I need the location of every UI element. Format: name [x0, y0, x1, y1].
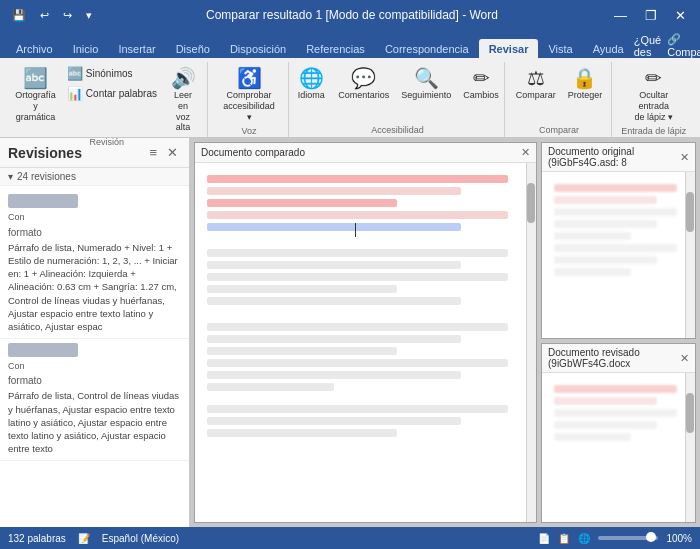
doc-line	[554, 208, 677, 216]
doc-line	[207, 429, 397, 437]
protect-button[interactable]: 🔒 Proteger	[563, 64, 608, 104]
doc-line	[207, 273, 508, 281]
close-button[interactable]: ✕	[669, 6, 692, 25]
doc-line	[207, 417, 461, 425]
changes-label: Cambios	[463, 90, 499, 100]
ribbon-group-accesibilidad: 🌐 Idioma 💬 Comentarios 🔍 Seguimiento ✏ C…	[291, 62, 506, 137]
sidebar-close-button[interactable]: ✕	[164, 144, 181, 161]
revised-document-close-button[interactable]: ✕	[680, 352, 689, 365]
language-button[interactable]: 🌐 Idioma	[291, 64, 331, 104]
tracking-icon: 🔍	[414, 68, 439, 88]
read-aloud-button[interactable]: 🔊 Leer envoz alta	[163, 64, 203, 137]
compared-document-close-button[interactable]: ✕	[521, 146, 530, 159]
tab-inicio[interactable]: Inicio	[63, 39, 109, 58]
share-label[interactable]: 🔗 Compartir	[667, 33, 700, 58]
doc-line	[207, 211, 508, 219]
redo-icon[interactable]: ↪	[59, 7, 76, 24]
language-value: Español (México)	[102, 533, 179, 544]
view-print-button[interactable]: 📋	[558, 533, 570, 544]
doc-line	[554, 397, 657, 405]
sidebar-controls[interactable]: ≡ ✕	[146, 144, 181, 161]
lapiz-group-label: Entrada de lápiz	[621, 126, 686, 138]
view-web-button[interactable]: 🌐	[578, 533, 590, 544]
minimize-button[interactable]: —	[608, 6, 633, 25]
revision-items: 🔤 Ortografíay gramática 🔤 Sinónimos 📊 Co…	[10, 64, 203, 137]
changes-button[interactable]: ✏ Cambios	[458, 64, 504, 104]
ribbon: 🔤 Ortografíay gramática 🔤 Sinónimos 📊 Co…	[0, 58, 700, 138]
tab-correspondencia[interactable]: Correspondencia	[375, 39, 479, 58]
customize-icon[interactable]: ▾	[82, 7, 96, 24]
save-icon[interactable]: 💾	[8, 7, 30, 24]
word-count-button[interactable]: 📊 Contar palabras	[63, 84, 161, 103]
voz-items: ♿ Comprobaraccesibilidad ▾	[216, 64, 281, 126]
tab-archivo[interactable]: Archivo	[6, 39, 63, 58]
doc-spacer	[207, 235, 524, 245]
doc-line	[207, 359, 508, 367]
doc-line	[207, 323, 508, 331]
spelling-grammar-button[interactable]: 🔤 Ortografíay gramática	[10, 64, 61, 126]
author-bar	[8, 194, 78, 208]
quick-access-toolbar[interactable]: 💾 ↩ ↪ ▾	[8, 7, 96, 24]
accessibility-button[interactable]: ♿ Comprobaraccesibilidad ▾	[216, 64, 281, 126]
tab-vista[interactable]: Vista	[538, 39, 582, 58]
tab-disposicion[interactable]: Disposición	[220, 39, 296, 58]
revisions-sidebar: Revisiones ≡ ✕ ▾ 24 revisiones Con forma…	[0, 138, 190, 527]
original-document-content[interactable]	[542, 172, 695, 338]
document-lines	[550, 381, 687, 445]
tab-revisar[interactable]: Revisar	[479, 39, 539, 58]
revision-text: Párrafo de lista, Control de líneas viud…	[8, 389, 181, 455]
doc-line	[554, 220, 657, 228]
tab-diseno[interactable]: Diseño	[166, 39, 220, 58]
proofread-icon-status[interactable]: 📝	[78, 533, 90, 544]
zoom-slider[interactable]	[598, 536, 658, 540]
word-count-icon: 📊	[67, 86, 83, 101]
doc-line	[207, 297, 461, 305]
window-controls[interactable]: — ❐ ✕	[608, 6, 692, 25]
revision-item[interactable]: Con formato Párrafo de lista, Numerado +…	[0, 190, 189, 339]
revisions-list[interactable]: Con formato Párrafo de lista, Numerado +…	[0, 186, 189, 527]
revised-document-header: Documento revisado (9iGbWFs4G.docx ✕	[542, 344, 695, 373]
main-area: Revisiones ≡ ✕ ▾ 24 revisiones Con forma…	[0, 138, 700, 527]
title-bar: 💾 ↩ ↪ ▾ Comparar resultado 1 [Modo de co…	[0, 0, 700, 30]
tab-insertar[interactable]: Insertar	[108, 39, 165, 58]
ribbon-right-actions[interactable]: ¿Qué des 🔗 Compartir	[634, 33, 700, 58]
doc-line	[207, 175, 508, 183]
comments-button[interactable]: 💬 Comentarios	[333, 64, 394, 104]
compared-document-content[interactable]	[195, 163, 536, 522]
tab-ayuda[interactable]: Ayuda	[583, 39, 634, 58]
scroll-thumb[interactable]	[686, 192, 694, 232]
scroll-track[interactable]	[685, 373, 695, 522]
original-document-close-button[interactable]: ✕	[680, 151, 689, 164]
comparar-items: ⚖ Comparar 🔒 Proteger	[511, 64, 608, 125]
tab-referencias[interactable]: Referencias	[296, 39, 375, 58]
tracking-button[interactable]: 🔍 Seguimiento	[396, 64, 456, 104]
zoom-level[interactable]: 100%	[666, 533, 692, 544]
view-normal-button[interactable]: 📄	[538, 533, 550, 544]
word-count-status[interactable]: 132 palabras	[8, 533, 66, 544]
revised-document-content[interactable]	[542, 373, 695, 522]
search-label[interactable]: ¿Qué des	[634, 34, 662, 58]
right-panels: Documento original (9iGbFs4G.asd: 8 ✕	[541, 142, 696, 523]
scroll-track[interactable]	[685, 172, 695, 338]
language-status[interactable]: Español (México)	[102, 533, 179, 544]
expand-icon[interactable]: ▾	[8, 171, 13, 182]
author-bar	[8, 343, 78, 357]
doc-line	[554, 184, 677, 192]
compare-button[interactable]: ⚖ Comparar	[511, 64, 561, 104]
compared-document-header: Documento comparado ✕	[195, 143, 536, 163]
scroll-thumb[interactable]	[527, 183, 535, 223]
undo-icon[interactable]: ↩	[36, 7, 53, 24]
hide-ink-button[interactable]: ✏ Ocultar entradade lápiz ▾	[620, 64, 688, 126]
scroll-thumb[interactable]	[686, 393, 694, 433]
doc-line	[207, 405, 508, 413]
sidebar-options-button[interactable]: ≡	[146, 144, 160, 161]
synonyms-icon: 🔤	[67, 66, 83, 81]
revision-item[interactable]: Con formato Párrafo de lista, Control de…	[0, 339, 189, 461]
doc-line	[207, 261, 461, 269]
maximize-button[interactable]: ❐	[639, 6, 663, 25]
accesibilidad-group-label: Accesibilidad	[371, 125, 424, 137]
tracking-label: Seguimiento	[401, 90, 451, 100]
doc-line	[207, 199, 397, 207]
scroll-track[interactable]	[526, 163, 536, 522]
synonyms-button[interactable]: 🔤 Sinónimos	[63, 64, 161, 83]
